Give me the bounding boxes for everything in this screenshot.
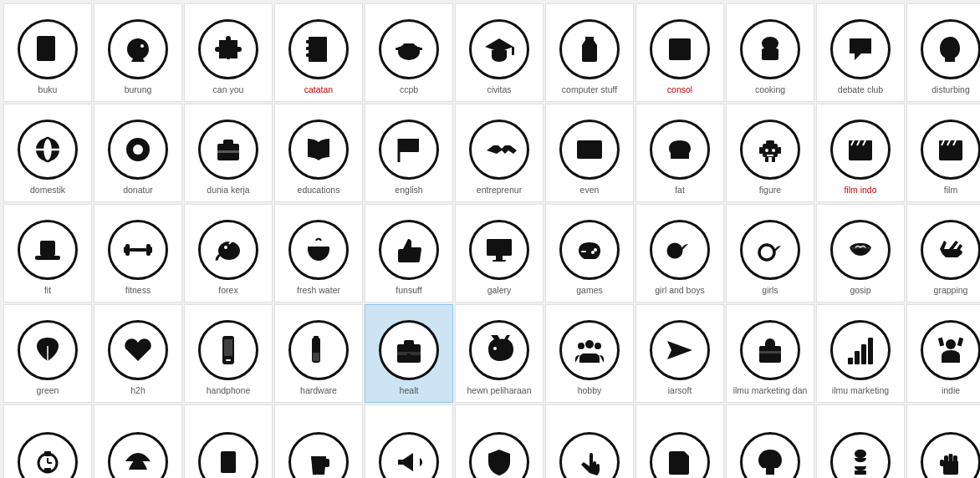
svg-point-25: [133, 145, 143, 155]
grid-item-debate_club[interactable]: debate club: [816, 3, 905, 102]
grid-item-row5_7[interactable]: [545, 404, 634, 478]
item-label: civitas: [487, 84, 511, 96]
item-label: galery: [487, 285, 512, 297]
svg-rect-57: [149, 247, 152, 253]
item-label: fresh water: [297, 285, 340, 297]
grid-item-burung[interactable]: burung: [94, 3, 182, 102]
icon-circle: [650, 220, 710, 280]
grid-item-healt[interactable]: healt: [365, 304, 453, 403]
grid-item-educations[interactable]: educations: [274, 104, 363, 202]
grid-item-row5_5[interactable]: [365, 404, 453, 478]
svg-rect-77: [224, 339, 232, 356]
item-label: hobby: [578, 385, 602, 397]
grid-item-dunia_kerja[interactable]: dunia kerja: [184, 104, 273, 202]
svg-point-84: [585, 340, 594, 348]
grid-item-ilmu_marketing_dan[interactable]: ilmu marketing dan: [726, 304, 814, 403]
grid-item-hardware[interactable]: hardware: [274, 304, 363, 403]
grid-item-cooking[interactable]: cooking: [726, 3, 814, 102]
icon-circle: [108, 19, 168, 79]
item-label: burung: [125, 84, 152, 96]
icon-circle: [288, 120, 349, 180]
icon-circle: [650, 19, 710, 79]
item-label: healt: [400, 385, 419, 397]
item-label: fit: [44, 285, 51, 297]
svg-point-61: [224, 246, 227, 249]
grid-item-civitas[interactable]: civitas: [455, 3, 544, 102]
grid-item-hewn_peliharaan[interactable]: hewn peliharaan: [455, 304, 544, 403]
grid-item-film[interactable]: film: [906, 104, 980, 202]
grid-item-gosip[interactable]: gosip: [816, 204, 905, 303]
grid-item-grapping[interactable]: grapping: [906, 204, 980, 303]
icon-circle: [379, 19, 439, 79]
svg-rect-76: [226, 359, 231, 361]
svg-rect-62: [308, 247, 329, 250]
grid-item-row5_4[interactable]: [274, 404, 363, 478]
svg-rect-79: [314, 336, 319, 339]
item-label: grapping: [934, 285, 968, 297]
grid-item-fat[interactable]: fat: [635, 104, 724, 202]
grid-item-disturbing[interactable]: disturbing: [906, 3, 980, 102]
grid-item-handphone[interactable]: handphone: [184, 304, 273, 403]
grid-item-row5_3[interactable]: [184, 404, 273, 478]
grid-item-indie[interactable]: indie: [906, 304, 980, 403]
grid-item-iarsoft[interactable]: iarsoft: [635, 304, 724, 403]
svg-rect-4: [306, 40, 309, 43]
item-label: donatur: [123, 185, 153, 196]
svg-rect-39: [765, 157, 768, 162]
grid-item-entreprenur[interactable]: entreprenur: [455, 104, 544, 202]
icon-circle: [650, 120, 710, 180]
grid-item-catatan[interactable]: catatan: [274, 3, 363, 102]
item-label: even: [580, 185, 600, 196]
svg-rect-46: [939, 144, 962, 160]
grid-item-film_indo[interactable]: film indo: [816, 104, 905, 202]
grid-item-ilmu_marketing[interactable]: ilmu marketing: [816, 304, 905, 403]
grid-item-ccpb[interactable]: ccpb: [365, 3, 453, 102]
grid-item-english[interactable]: english: [365, 104, 453, 202]
icon-circle: [379, 120, 439, 180]
grid-item-games[interactable]: games: [545, 204, 634, 303]
svg-rect-20: [762, 55, 778, 58]
icon-circle: [559, 320, 620, 380]
grid-item-buku[interactable]: buku: [3, 3, 92, 102]
grid-item-fit[interactable]: fit: [3, 204, 92, 303]
grid-item-row5_10[interactable]: [816, 404, 905, 478]
grid-item-row5_11[interactable]: [906, 404, 980, 478]
grid-item-funsuff[interactable]: funsuff: [365, 204, 453, 303]
grid-item-even[interactable]: even: [545, 104, 634, 202]
svg-rect-36: [767, 155, 773, 156]
svg-rect-97: [44, 451, 51, 456]
icon-circle: [830, 320, 891, 380]
grid-item-girl_and_boys[interactable]: girl and boys: [635, 204, 724, 303]
grid-item-forex[interactable]: forex: [184, 204, 273, 303]
grid-item-row5_2[interactable]: [94, 404, 182, 478]
grid-item-row5_8[interactable]: [635, 404, 724, 478]
icon-circle: [288, 320, 349, 380]
item-label: handphone: [207, 385, 251, 397]
grid-item-donatur[interactable]: donatur: [94, 104, 182, 202]
grid-item-hobby[interactable]: hobby: [545, 304, 634, 403]
grid-item-row5_1[interactable]: [3, 404, 92, 478]
svg-rect-8: [312, 44, 324, 46]
grid-item-row5_9[interactable]: [726, 404, 814, 478]
grid-item-figure[interactable]: figure: [726, 104, 814, 202]
item-label: entreprenur: [477, 185, 522, 196]
icon-circle: [198, 320, 258, 380]
grid-item-row5_6[interactable]: [455, 404, 544, 478]
icon-circle: [559, 120, 620, 180]
icon-circle: [921, 120, 980, 180]
grid-item-girls[interactable]: girls: [726, 204, 814, 303]
grid-item-fresh_water[interactable]: fresh water: [274, 204, 363, 303]
item-label: dunia kerja: [207, 185, 249, 196]
grid-item-green[interactable]: green: [3, 304, 92, 403]
grid-item-consol[interactable]: consol: [635, 3, 724, 102]
icon-circle: [921, 220, 980, 280]
svg-rect-27: [217, 150, 239, 153]
grid-item-computer_stuff[interactable]: computer stuff: [545, 3, 634, 102]
grid-item-can_you[interactable]: can you: [184, 3, 273, 102]
grid-item-fitness[interactable]: fitness: [94, 204, 182, 303]
grid-item-h2h[interactable]: h2h: [94, 304, 182, 403]
grid-item-galery[interactable]: galery: [455, 204, 544, 303]
icon-circle: [830, 120, 891, 180]
svg-rect-9: [312, 48, 320, 50]
grid-item-domestik[interactable]: domestik: [3, 104, 92, 202]
